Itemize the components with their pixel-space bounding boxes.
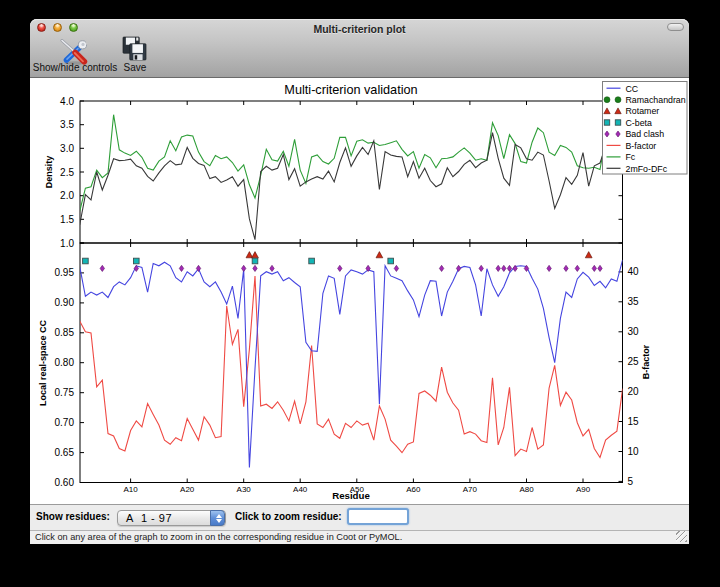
svg-text:A80: A80 — [519, 485, 534, 494]
svg-text:A90: A90 — [576, 485, 591, 494]
svg-text:A70: A70 — [463, 485, 478, 494]
svg-text:Rotamer: Rotamer — [626, 106, 660, 116]
svg-text:Local real-space CC: Local real-space CC — [38, 319, 48, 406]
svg-text:2.5: 2.5 — [60, 167, 74, 178]
svg-text:A10: A10 — [123, 485, 138, 494]
svg-text:0.75: 0.75 — [55, 387, 75, 398]
svg-text:0.85: 0.85 — [55, 327, 75, 338]
svg-text:B-factor: B-factor — [641, 344, 651, 379]
svg-text:Residue: Residue — [332, 490, 370, 501]
svg-text:0.95: 0.95 — [55, 267, 75, 278]
svg-text:Fc: Fc — [626, 152, 636, 162]
svg-text:B-factor: B-factor — [626, 141, 657, 151]
svg-text:20: 20 — [628, 386, 640, 397]
svg-text:Density: Density — [44, 156, 54, 189]
svg-text:2mFo-DFc: 2mFo-DFc — [626, 164, 668, 174]
svg-text:A20: A20 — [180, 485, 195, 494]
svg-text:3.0: 3.0 — [60, 143, 74, 154]
svg-text:A30: A30 — [237, 485, 252, 494]
svg-text:A40: A40 — [293, 485, 308, 494]
svg-text:2.0: 2.0 — [60, 190, 74, 201]
svg-text:A60: A60 — [406, 485, 421, 494]
svg-text:35: 35 — [628, 296, 640, 307]
svg-text:5: 5 — [628, 476, 634, 487]
svg-text:25: 25 — [628, 356, 640, 367]
svg-text:C-beta: C-beta — [626, 118, 653, 128]
svg-text:3.5: 3.5 — [60, 119, 74, 130]
svg-text:0.90: 0.90 — [55, 297, 75, 308]
svg-text:40: 40 — [628, 266, 640, 277]
svg-text:Bad clash: Bad clash — [626, 129, 665, 139]
svg-text:10: 10 — [628, 446, 640, 457]
svg-text:1.5: 1.5 — [60, 214, 74, 225]
svg-text:Multi-criterion validation: Multi-criterion validation — [284, 83, 417, 97]
svg-text:15: 15 — [628, 416, 640, 427]
svg-text:30: 30 — [628, 326, 640, 337]
svg-text:1.0: 1.0 — [60, 238, 74, 249]
svg-text:Ramachandran: Ramachandran — [626, 95, 686, 105]
svg-text:0.80: 0.80 — [55, 357, 75, 368]
svg-text:0.60: 0.60 — [55, 477, 75, 488]
svg-text:CC: CC — [626, 84, 639, 94]
svg-text:0.70: 0.70 — [55, 417, 75, 428]
svg-text:0.65: 0.65 — [55, 447, 75, 458]
svg-text:4.0: 4.0 — [60, 96, 74, 107]
